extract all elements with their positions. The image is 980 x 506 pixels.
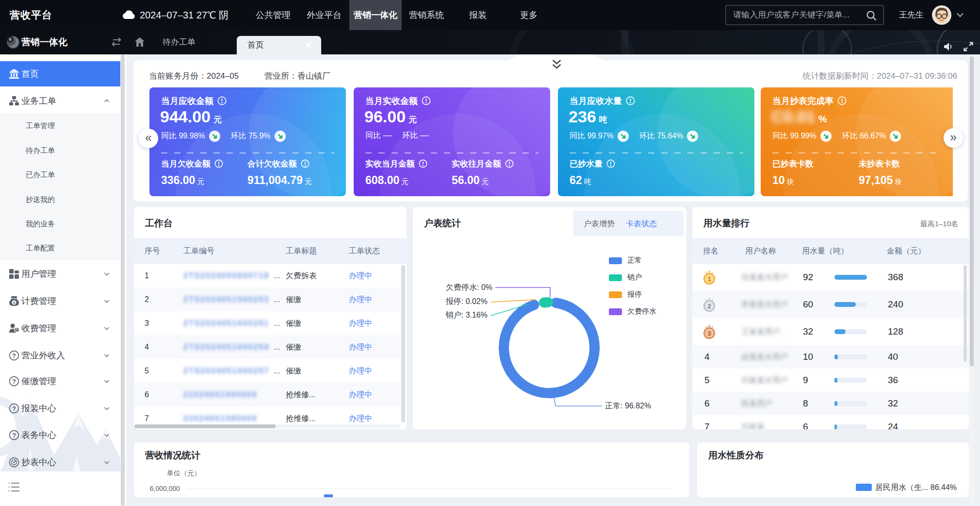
svg-text:?: ? [12, 378, 16, 385]
svg-text:6: 6 [9, 37, 11, 42]
svg-text:?: ? [12, 432, 16, 439]
svg-text:s: s [13, 300, 15, 305]
svg-text:1: 1 [707, 275, 711, 283]
svg-text:?: ? [12, 405, 16, 412]
svg-text:3: 3 [707, 330, 711, 337]
svg-text:2: 2 [707, 303, 711, 310]
svg-text:?: ? [12, 352, 16, 359]
